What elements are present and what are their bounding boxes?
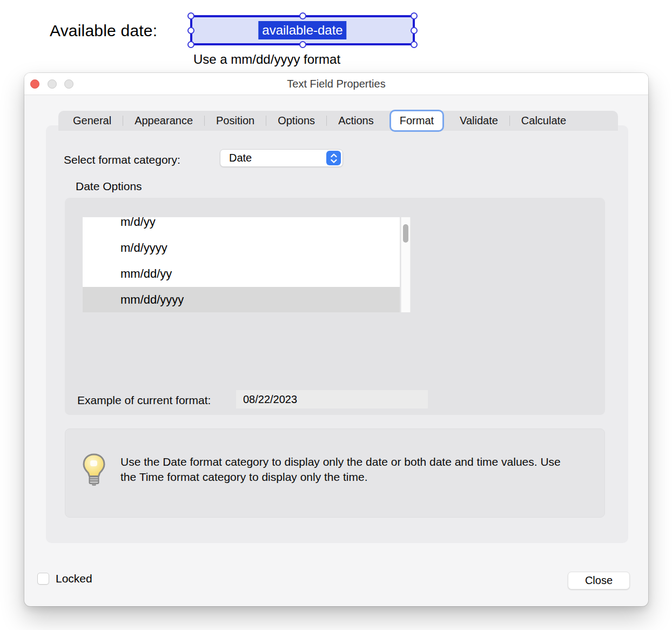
selection-handle[interactable] bbox=[411, 41, 418, 48]
list-item[interactable]: m/d/yyyy bbox=[83, 235, 400, 261]
selection-handle[interactable] bbox=[411, 27, 418, 34]
tab-validate[interactable]: Validate bbox=[448, 111, 509, 131]
tab-general[interactable]: General bbox=[62, 111, 123, 131]
format-tab-panel: Select format category: Date Date Option… bbox=[46, 125, 628, 543]
pdf-field-label: Available date: bbox=[50, 22, 157, 40]
selection-handle[interactable] bbox=[299, 41, 306, 48]
selection-handle[interactable] bbox=[411, 12, 418, 19]
pdf-form-field[interactable]: available-date bbox=[190, 15, 415, 45]
tab-options[interactable]: Options bbox=[266, 111, 326, 131]
close-button[interactable]: Close bbox=[568, 572, 630, 589]
date-format-list[interactable]: m/d/yy m/d/yyyy mm/dd/yy mm/dd/yyyy bbox=[83, 217, 400, 312]
date-options-title: Date Options bbox=[76, 180, 142, 193]
tab-actions[interactable]: Actions bbox=[327, 111, 385, 131]
date-options-group: m/d/yy m/d/yyyy mm/dd/yy mm/dd/yyyy Exam… bbox=[65, 198, 605, 415]
list-item[interactable]: m/d/yy bbox=[83, 217, 400, 235]
list-item[interactable]: mm/dd/yy bbox=[83, 261, 400, 287]
list-item-selected[interactable]: mm/dd/yyyy bbox=[83, 287, 400, 312]
format-category-label: Select format category: bbox=[64, 153, 180, 166]
field-name-selected-text[interactable]: available-date bbox=[258, 21, 346, 39]
selection-handle[interactable] bbox=[187, 27, 194, 34]
example-format-value: 08/22/2023 bbox=[236, 393, 297, 406]
dialog-title: Text Field Properties bbox=[24, 73, 648, 95]
tab-position[interactable]: Position bbox=[205, 111, 266, 131]
pdf-field-hint: Use a mm/dd/yyyy format bbox=[193, 52, 340, 67]
locked-checkbox[interactable] bbox=[37, 573, 49, 585]
format-category-value: Date bbox=[220, 152, 326, 164]
lightbulb-icon bbox=[82, 453, 106, 491]
format-category-select[interactable]: Date bbox=[220, 149, 343, 167]
dialog-titlebar[interactable]: Text Field Properties bbox=[24, 73, 648, 95]
selection-handle[interactable] bbox=[187, 41, 194, 48]
list-scrollbar[interactable] bbox=[401, 217, 411, 312]
locked-label: Locked bbox=[56, 572, 92, 585]
info-text: Use the Date format category to display … bbox=[120, 454, 569, 485]
tab-calculate[interactable]: Calculate bbox=[510, 111, 577, 131]
selection-handle[interactable] bbox=[299, 12, 306, 19]
tab-appearance[interactable]: Appearance bbox=[123, 111, 204, 131]
scrollbar-thumb[interactable] bbox=[403, 224, 408, 243]
popup-stepper-icon bbox=[326, 151, 341, 165]
example-format-field: 08/22/2023 bbox=[236, 390, 428, 408]
example-format-label: Example of current format: bbox=[77, 394, 211, 407]
tab-format[interactable]: Format bbox=[389, 110, 444, 132]
text-field-properties-dialog: Text Field Properties Select format cate… bbox=[24, 73, 648, 606]
info-box: Use the Date format category to display … bbox=[65, 428, 605, 518]
properties-tabbar: General Appearance Position Options Acti… bbox=[58, 111, 618, 131]
selection-handle[interactable] bbox=[187, 12, 194, 19]
